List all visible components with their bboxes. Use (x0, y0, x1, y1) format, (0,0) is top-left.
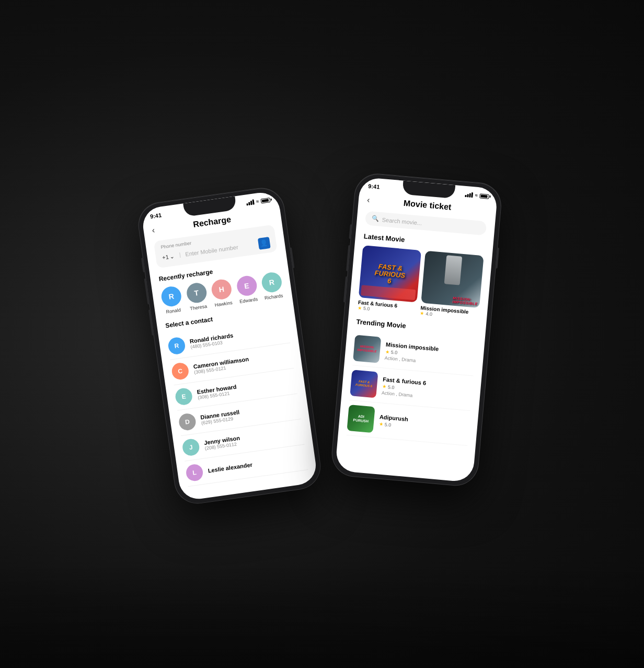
trending-rating-value-adi: 5.0 (384, 422, 391, 428)
back-button-right[interactable]: ‹ (366, 195, 370, 205)
status-icons-right: ≈ (465, 192, 489, 199)
trending-movies-list: MISSION:IMPOSSIBLE Mission impossible ★ … (347, 331, 477, 446)
power-button-right (496, 248, 499, 269)
search-icon: 🔍 (371, 215, 379, 223)
trending-rating-value-ff6: 5.0 (388, 384, 395, 390)
avatar-E-edwards: E (235, 274, 258, 297)
silent-button (141, 258, 145, 272)
movie-poster-ff6: FAST &FURIOUS6 (359, 245, 421, 302)
star-icon-trending-ff6: ★ (382, 384, 387, 389)
avatar-T-theresa: T (185, 282, 208, 304)
phone-left-screen: 9:41 ≈ ‹ (141, 190, 318, 501)
avatar-R-richards: R (260, 271, 283, 294)
trending-thumb-adi: ADIPURUSH (347, 405, 375, 433)
signal-icon (246, 199, 255, 205)
ff6-title-visual: FAST &FURIOUS6 (374, 262, 406, 285)
recent-name-richards: Richards (264, 293, 283, 301)
recent-contact-0[interactable]: R Ronald (160, 285, 183, 315)
recent-contact-4[interactable]: R Richards (260, 271, 284, 301)
rating-value-mi: 4.0 (426, 311, 432, 317)
trending-info-adi: Adipurush ★ 5.0 (378, 413, 469, 435)
recent-name-ronald: Ronald (166, 307, 181, 315)
country-code[interactable]: +1 ⌄ (162, 252, 175, 261)
signal-icon-right (465, 192, 473, 198)
recent-name-hawkins: Hawkins (214, 300, 233, 308)
battery-icon-right (479, 193, 489, 199)
status-icons-left: ≈ (246, 197, 271, 205)
contact-avatar-5: L (185, 463, 204, 482)
recent-contact-2[interactable]: H Hawkins (210, 278, 234, 308)
contact-name-5: Leslie alexander (208, 454, 307, 474)
back-button-left[interactable]: ‹ (152, 225, 156, 235)
phone-right: 9:41 ≈ ‹ (330, 172, 502, 487)
phone-right-screen: 9:41 ≈ ‹ (335, 177, 498, 482)
volume-down-button-right (343, 277, 348, 303)
trending-thumb-ff6: FAST &FURIOUS 6 (350, 370, 378, 398)
table-surface (0, 563, 644, 668)
contact-info-5: Leslie alexander (208, 454, 307, 474)
star-icon-trending-mi: ★ (385, 349, 390, 354)
wifi-icon: ≈ (256, 199, 259, 204)
recent-contact-1[interactable]: T Theresa (185, 282, 209, 312)
ff6-cars-visual (361, 285, 416, 300)
recent-name-theresa: Theresa (190, 304, 208, 311)
avatar-R-ronald: R (160, 285, 182, 308)
movie-title: Movie ticket (403, 199, 452, 212)
contact-avatar-2: E (175, 387, 193, 406)
contact-avatar-4: J (181, 438, 200, 457)
volume-down-button (148, 309, 154, 336)
phones-container: 9:41 ≈ ‹ (165, 182, 479, 486)
star-icon-trending-adi: ★ (378, 421, 383, 427)
contact-avatar-3: D (178, 412, 197, 431)
contact-avatar-0: R (167, 337, 186, 355)
avatar-H-hawkins: H (210, 278, 233, 301)
phone-left: 9:41 ≈ ‹ (136, 186, 323, 506)
trending-thumb-mi: MISSION:IMPOSSIBLE (353, 335, 381, 363)
trending-info-mi: Mission impossible ★ 5.0 Action , Drama (384, 341, 476, 368)
star-icon-ff6: ★ (358, 305, 362, 311)
time-left: 9:41 (150, 212, 162, 220)
power-button (290, 247, 295, 268)
volume-up-button (144, 279, 150, 305)
silent-button-right (349, 224, 352, 239)
volume-up-button-right (346, 245, 350, 271)
mi-title-visual: MISSION:IMPOSSIBLE (452, 296, 478, 306)
rating-value-ff6: 5.0 (363, 306, 370, 312)
movie-poster-mi: MISSION:IMPOSSIBLE (421, 251, 484, 308)
search-placeholder: Search movie... (382, 216, 422, 226)
recent-contact-3[interactable]: E Edwards (235, 274, 259, 304)
trending-rating-value-mi: 5.0 (390, 349, 397, 355)
movie-card-ff6[interactable]: FAST &FURIOUS6 Fast & furious 6 ★ 5.0 (358, 245, 421, 315)
latest-movies-list: FAST &FURIOUS6 Fast & furious 6 ★ 5.0 (358, 245, 484, 321)
trending-info-ff6: Fast & furious 6 ★ 5.0 Action , Drama (382, 376, 473, 403)
recent-name-edwards: Edwards (239, 296, 258, 304)
time-right: 9:41 (368, 183, 380, 190)
mi-person-visual (444, 255, 463, 285)
battery-icon (260, 198, 270, 203)
recharge-title: Recharge (192, 215, 232, 229)
movie-screen-content: ‹ Movie ticket 🔍 Search movie... Latest … (336, 190, 497, 478)
movie-card-mi[interactable]: MISSION:IMPOSSIBLE Mission impossible ★ … (420, 251, 484, 321)
wifi-icon-right: ≈ (475, 193, 478, 198)
contact-book-icon[interactable]: 👤 (258, 237, 271, 250)
contact-avatar-1: C (171, 362, 190, 381)
ff6-visual: FAST &FURIOUS6 (359, 245, 421, 302)
star-icon-mi: ★ (420, 310, 424, 316)
contact-list: R Ronald richards (480) 555-0103 C Camer… (167, 318, 308, 487)
mi-visual: MISSION:IMPOSSIBLE (421, 251, 484, 308)
